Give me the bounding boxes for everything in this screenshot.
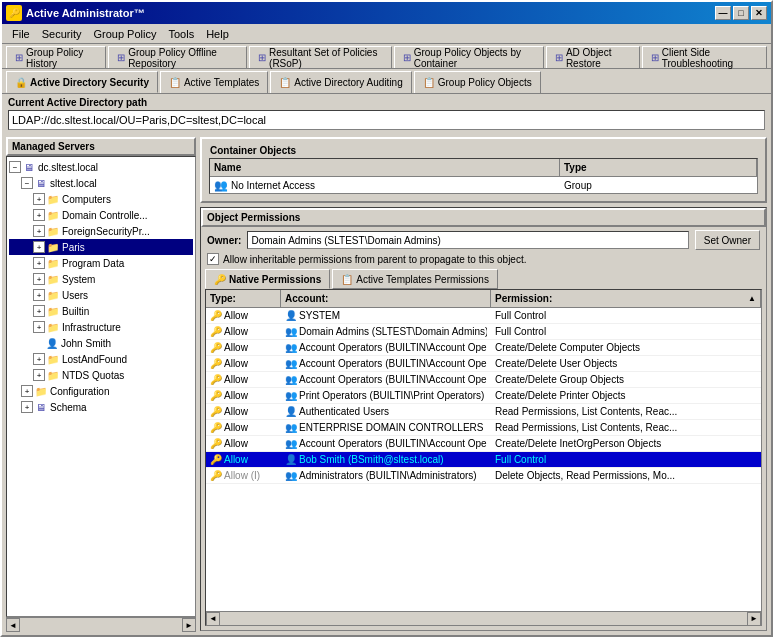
perm-row[interactable]: 🔑Allow👤Bob Smith (BSmith@sltest.local)Fu… xyxy=(206,452,761,468)
close-button[interactable]: ✕ xyxy=(751,6,767,20)
tab-active-templates-permissions[interactable]: 📋 Active Templates Permissions xyxy=(332,269,498,289)
tree-item[interactable]: +📁Configuration xyxy=(9,383,193,399)
perm-row[interactable]: 🔑Allow (I)👥Administrators (BUILTIN\Admin… xyxy=(206,468,761,484)
perm-col-permission: Permission: ▲ xyxy=(491,290,761,307)
perm-rows[interactable]: 🔑Allow👤SYSTEMFull Control🔑Allow👥Domain A… xyxy=(206,308,761,611)
tree-expander[interactable]: + xyxy=(33,369,45,381)
tree-item[interactable]: +📁Computers xyxy=(9,191,193,207)
tree-view[interactable]: −🖥dc.sltest.local−🖥sltest.local+📁Compute… xyxy=(6,156,196,617)
server-icon: 🖥 xyxy=(34,400,48,414)
perm-row[interactable]: 🔑Allow👥ENTERPRISE DOMAIN CONTROLLERSRead… xyxy=(206,420,761,436)
account-icon: 👤 xyxy=(285,406,297,417)
tree-item[interactable]: 👤John Smith xyxy=(9,335,193,351)
tree-item-label: Program Data xyxy=(62,258,124,269)
tree-item-label: Computers xyxy=(62,194,111,205)
tree-item[interactable]: +📁LostAndFound xyxy=(9,351,193,367)
tree-expander[interactable]: + xyxy=(33,257,45,269)
tree-item[interactable]: +📁Paris xyxy=(9,239,193,255)
perm-table-header: Type: Account: Permission: ▲ xyxy=(206,290,761,308)
perm-row[interactable]: 🔑Allow👥Account Operators (BUILTIN\Accoun… xyxy=(206,356,761,372)
container-row-0[interactable]: 👥 No Internet Access Group xyxy=(210,177,757,193)
tree-expander[interactable]: + xyxy=(33,305,45,317)
container-objects-list[interactable]: Name Type 👥 No Internet Access Group xyxy=(209,158,758,194)
tab-active-templates[interactable]: 📋 Active Templates xyxy=(160,71,268,93)
gp-offline-icon: ⊞ xyxy=(117,52,125,63)
perm-row[interactable]: 🔑Allow👥Print Operators (BUILTIN\Print Op… xyxy=(206,388,761,404)
folder-icon: 📁 xyxy=(46,256,60,270)
tree-item[interactable]: +📁Users xyxy=(9,287,193,303)
tree-item[interactable]: +📁ForeignSecurityPr... xyxy=(9,223,193,239)
tab-ad-restore[interactable]: ⊞ AD Object Restore xyxy=(546,46,640,68)
tree-expander[interactable]: + xyxy=(21,401,33,413)
tree-item[interactable]: +📁Builtin xyxy=(9,303,193,319)
menu-tools[interactable]: Tools xyxy=(162,26,200,42)
perm-row[interactable]: 🔑Allow👤Authenticated UsersRead Permissio… xyxy=(206,404,761,420)
tab-gpo-objects[interactable]: 📋 Group Policy Objects xyxy=(414,71,541,93)
set-owner-button[interactable]: Set Owner xyxy=(695,230,760,250)
perm-row[interactable]: 🔑Allow👥Account Operators (BUILTIN\Accoun… xyxy=(206,436,761,452)
perm-row[interactable]: 🔑Allow👥Account Operators (BUILTIN\Accoun… xyxy=(206,340,761,356)
tree-item[interactable]: +📁Program Data xyxy=(9,255,193,271)
gpo-container-icon: ⊞ xyxy=(403,52,411,63)
server-icon: 🖥 xyxy=(22,160,36,174)
tree-item[interactable]: +📁System xyxy=(9,271,193,287)
tab-gpo-container[interactable]: ⊞ Group Policy Objects by Container xyxy=(394,46,544,68)
tab-ad-security[interactable]: 🔒 Active Directory Security xyxy=(6,71,158,93)
tree-item[interactable]: −🖥sltest.local xyxy=(9,175,193,191)
title-bar: 🔑 Active Administrator™ — □ ✕ xyxy=(2,2,771,24)
tree-item[interactable]: −🖥dc.sltest.local xyxy=(9,159,193,175)
minimize-button[interactable]: — xyxy=(715,6,731,20)
perm-row[interactable]: 🔑Allow👥Account Operators (BUILTIN\Accoun… xyxy=(206,372,761,388)
tree-expander[interactable]: + xyxy=(21,385,33,397)
tab-client-trouble[interactable]: ⊞ Client Side Troubleshooting xyxy=(642,46,767,68)
native-perm-icon: 🔑 xyxy=(214,274,226,285)
perm-type-icon: 🔑 xyxy=(210,422,222,433)
scroll-left-btn[interactable]: ◄ xyxy=(6,618,20,632)
perm-type-icon: 🔑 xyxy=(210,310,222,321)
tree-expander[interactable]: + xyxy=(33,209,45,221)
client-trouble-icon: ⊞ xyxy=(651,52,659,63)
menu-file[interactable]: File xyxy=(6,26,36,42)
tab-rsop[interactable]: ⊞ Resultant Set of Policies (RSoP) xyxy=(249,46,392,68)
tree-expander[interactable]: + xyxy=(33,289,45,301)
tree-expander[interactable]: − xyxy=(9,161,21,173)
perm-type-icon: 🔑 xyxy=(210,454,222,465)
tree-item-label: Paris xyxy=(62,242,85,253)
tab-ad-auditing[interactable]: 📋 Active Directory Auditing xyxy=(270,71,411,93)
h-scrollbar-perm[interactable]: ◄ ► xyxy=(206,611,761,625)
address-input[interactable] xyxy=(8,110,765,130)
folder-icon: 📁 xyxy=(46,224,60,238)
gp-history-icon: ⊞ xyxy=(15,52,23,63)
perm-type-icon: 🔑 xyxy=(210,358,222,369)
tree-item-label: System xyxy=(62,274,95,285)
tab-native-permissions[interactable]: 🔑 Native Permissions xyxy=(205,269,330,289)
tree-expander[interactable]: + xyxy=(33,321,45,333)
perm-scroll-right[interactable]: ► xyxy=(747,612,761,626)
scroll-right-btn[interactable]: ► xyxy=(182,618,196,632)
tree-expander[interactable]: − xyxy=(21,177,33,189)
group-icon: 👥 xyxy=(214,179,228,192)
tab-gp-history[interactable]: ⊞ Group Policy History xyxy=(6,46,106,68)
menu-security[interactable]: Security xyxy=(36,26,88,42)
tab-gp-offline[interactable]: ⊞ Group Policy Offline Repository xyxy=(108,46,247,68)
tree-item[interactable]: +🖥Schema xyxy=(9,399,193,415)
perm-row[interactable]: 🔑Allow👥Domain Admins (SLTEST\Domain Admi… xyxy=(206,324,761,340)
tree-item-label: LostAndFound xyxy=(62,354,127,365)
tree-expander[interactable]: + xyxy=(33,193,45,205)
tree-item[interactable]: +📁Domain Controlle... xyxy=(9,207,193,223)
maximize-button[interactable]: □ xyxy=(733,6,749,20)
perm-row[interactable]: 🔑Allow👤SYSTEMFull Control xyxy=(206,308,761,324)
perm-type-icon: 🔑 xyxy=(210,342,222,353)
h-scrollbar-left[interactable]: ◄ ► xyxy=(6,617,196,631)
inherit-checkbox[interactable]: ✓ xyxy=(207,253,219,265)
tree-item[interactable]: +📁NTDS Quotas xyxy=(9,367,193,383)
perm-scroll-left[interactable]: ◄ xyxy=(206,612,220,626)
tree-expander[interactable]: + xyxy=(33,353,45,365)
menu-grouppolicy[interactable]: Group Policy xyxy=(87,26,162,42)
tree-expander[interactable]: + xyxy=(33,241,45,253)
menu-help[interactable]: Help xyxy=(200,26,235,42)
tree-expander[interactable]: + xyxy=(33,273,45,285)
tree-expander[interactable]: + xyxy=(33,225,45,237)
permission-tabs: 🔑 Native Permissions 📋 Active Templates … xyxy=(201,269,766,289)
tree-item[interactable]: +📁Infrastructure xyxy=(9,319,193,335)
